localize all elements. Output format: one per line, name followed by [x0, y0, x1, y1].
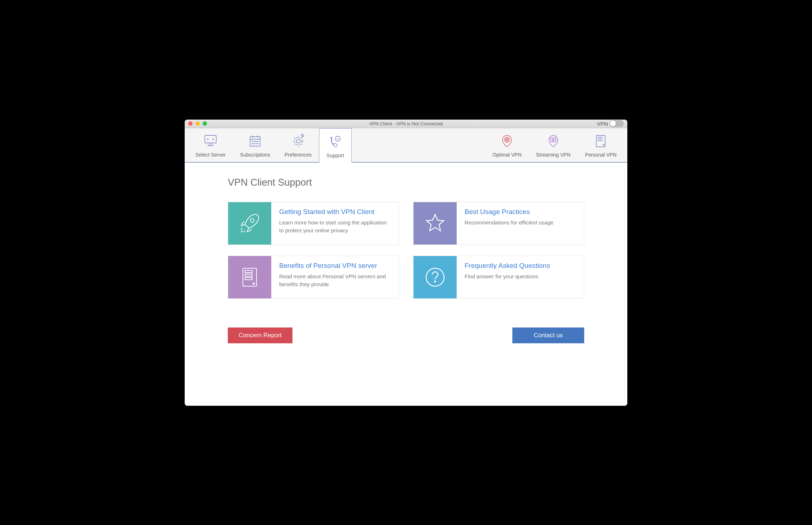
traffic-lights	[188, 121, 207, 126]
tab-personal-vpn[interactable]: Personal VPN	[578, 128, 624, 162]
svg-point-17	[294, 138, 302, 145]
svg-rect-4	[250, 137, 260, 146]
tab-optimal-vpn[interactable]: Optimal VPN	[485, 128, 529, 162]
vpn-toggle[interactable]	[609, 120, 624, 127]
card-faq: Frequently Asked Questions Find answer f…	[413, 256, 584, 299]
tab-label: Subscriptions	[240, 152, 270, 158]
svg-point-35	[253, 283, 254, 284]
card-benefits-personal: Benefits of Personal VPN server Read mor…	[228, 256, 399, 299]
support-cards: Getting Started with VPN Client Learn mo…	[228, 202, 584, 299]
tab-label: Personal VPN	[585, 152, 617, 158]
action-row: Concern Report Contact us	[228, 327, 584, 343]
app-window: VPN Client - VPN is Not Connected VPN Se…	[185, 120, 627, 406]
svg-rect-33	[245, 274, 252, 276]
card-title-link[interactable]: Getting Started with VPN Client	[279, 208, 391, 216]
window-title: VPN Client - VPN is Not Connected	[185, 121, 627, 126]
card-body: Best Usage Practices Recommendations for…	[457, 202, 561, 245]
card-body: Frequently Asked Questions Find answer f…	[457, 256, 558, 298]
titlebar: VPN Client - VPN is Not Connected VPN	[185, 120, 627, 128]
concern-report-button[interactable]: Concern Report	[228, 327, 292, 343]
tab-streaming-vpn[interactable]: Streaming VPN	[529, 128, 578, 162]
tab-label: Support	[327, 153, 344, 158]
svg-point-15	[258, 143, 258, 144]
card-description: Find answer for your questions	[465, 273, 550, 281]
toolbar: Select Server Subscriptions	[185, 128, 627, 163]
svg-rect-21	[551, 138, 556, 141]
server-icon	[593, 134, 608, 150]
svg-rect-0	[205, 135, 216, 143]
content: VPN Client Support Getting Started w	[185, 163, 627, 406]
svg-text:24: 24	[337, 137, 339, 140]
play-badge-icon	[546, 134, 561, 150]
card-title-link[interactable]: Best Usage Practices	[465, 208, 553, 216]
svg-point-36	[426, 268, 444, 286]
star-badge-icon	[499, 134, 515, 150]
card-title-link[interactable]: Frequently Asked Questions	[465, 262, 550, 270]
svg-rect-34	[245, 278, 252, 280]
tab-support[interactable]: 24 Support	[319, 128, 352, 163]
card-body: Benefits of Personal VPN server Read mor…	[271, 256, 398, 298]
card-description: Read more about Personal VPN servers and…	[279, 273, 391, 289]
monitor-icon	[203, 134, 218, 150]
star-icon	[414, 202, 457, 245]
vpn-toggle-label: VPN	[597, 121, 608, 127]
svg-line-28	[241, 230, 243, 232]
svg-point-37	[435, 281, 436, 282]
tab-label: Select Server	[195, 152, 226, 158]
svg-point-13	[254, 143, 255, 144]
page-title: VPN Client Support	[228, 177, 584, 188]
toolbar-right: Optimal VPN Streaming VPN	[485, 128, 624, 162]
tab-preferences[interactable]: Preferences	[277, 128, 319, 162]
card-getting-started: Getting Started with VPN Client Learn mo…	[228, 202, 399, 245]
svg-point-11	[258, 141, 258, 142]
svg-point-14	[256, 143, 257, 144]
svg-point-26	[603, 144, 604, 145]
maximize-window-button[interactable]	[203, 121, 207, 126]
tab-select-server[interactable]: Select Server	[188, 128, 233, 162]
svg-point-9	[254, 141, 255, 142]
svg-point-8	[252, 141, 253, 142]
gear-icon	[291, 134, 306, 150]
tab-label: Streaming VPN	[536, 152, 571, 158]
tab-subscriptions[interactable]: Subscriptions	[233, 128, 277, 162]
svg-point-10	[256, 141, 257, 142]
svg-rect-32	[245, 270, 252, 273]
minimize-window-button[interactable]	[195, 121, 200, 126]
vpn-toggle-group: VPN	[597, 120, 624, 127]
tab-label: Optimal VPN	[493, 152, 522, 158]
svg-point-27	[250, 219, 254, 222]
svg-point-16	[296, 139, 300, 143]
card-description: Recommendations for efficient usage	[465, 219, 553, 227]
question-icon	[414, 256, 457, 298]
svg-point-12	[252, 143, 253, 144]
rocket-icon	[228, 202, 271, 245]
card-description: Learn more how to start using the applic…	[279, 219, 391, 235]
calendar-icon	[248, 134, 263, 150]
svg-line-29	[244, 231, 245, 232]
contact-us-button[interactable]: Contact us	[512, 327, 584, 343]
card-body: Getting Started with VPN Client Learn mo…	[271, 202, 398, 245]
server-rack-icon	[228, 256, 271, 298]
card-title-link[interactable]: Benefits of Personal VPN server	[279, 262, 391, 270]
tab-label: Preferences	[285, 152, 312, 158]
phone-support-icon: 24	[328, 134, 343, 150]
svg-line-30	[241, 228, 242, 229]
close-window-button[interactable]	[188, 121, 193, 126]
card-best-practices: Best Usage Practices Recommendations for…	[413, 202, 584, 245]
toolbar-left: Select Server Subscriptions	[188, 128, 352, 162]
